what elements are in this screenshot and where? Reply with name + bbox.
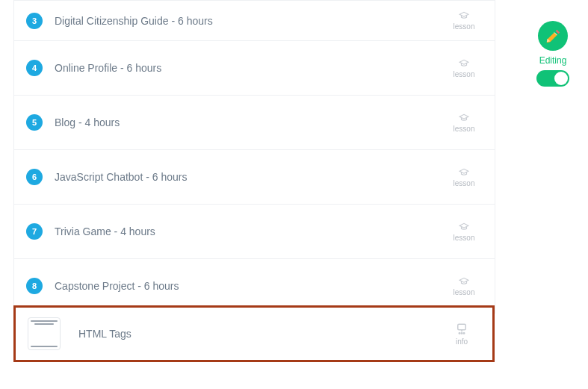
pencil-icon <box>545 28 561 44</box>
lesson-number-badge: 8 <box>26 278 43 294</box>
lesson-number-badge: 4 <box>26 60 43 76</box>
lesson-title: Blog - 4 hours <box>43 116 445 128</box>
lesson-type: lesson <box>445 58 483 78</box>
edit-button[interactable] <box>538 21 568 51</box>
lesson-type-label: lesson <box>454 234 475 242</box>
highlighted-title: HTML Tags <box>61 328 443 340</box>
lesson-number-badge: 7 <box>26 223 43 240</box>
lesson-title: Online Profile - 6 hours <box>43 62 445 74</box>
cap-icon <box>457 222 471 232</box>
cap-icon <box>457 167 471 178</box>
lesson-type-label: lesson <box>454 125 475 133</box>
lesson-row[interactable]: 5 Blog - 4 hours lesson <box>14 96 495 150</box>
cap-icon <box>457 276 471 287</box>
lesson-number-badge: 5 <box>26 114 43 131</box>
svg-point-3 <box>463 332 465 334</box>
lesson-row[interactable]: 4 Online Profile - 6 hours lesson <box>14 41 495 96</box>
lesson-type: lesson <box>445 276 483 296</box>
lesson-type: lesson <box>445 222 483 242</box>
lesson-type-label: lesson <box>454 179 475 187</box>
toggle-knob <box>554 72 568 85</box>
lesson-title: Digital Citizenship Guide - 6 hours <box>43 15 445 27</box>
lesson-type: lesson <box>445 10 483 31</box>
lesson-list: 3 Digital Citizenship Guide - 6 hours le… <box>13 0 495 314</box>
cap-icon <box>457 10 471 21</box>
lesson-row[interactable]: 7 Trivia Game - 4 hours lesson <box>14 205 495 259</box>
lesson-type: lesson <box>445 167 483 187</box>
lesson-number-badge: 3 <box>26 13 43 29</box>
lesson-type-label: lesson <box>454 288 475 296</box>
lesson-number-badge: 6 <box>26 169 43 185</box>
lesson-title: Capstone Project - 6 hours <box>43 280 445 292</box>
info-icon <box>455 323 468 336</box>
svg-point-2 <box>461 332 462 334</box>
cap-icon <box>457 58 471 69</box>
lesson-title: JavaScript Chatbot - 6 hours <box>43 171 445 183</box>
document-icon <box>28 317 61 350</box>
edit-panel: Editing <box>530 21 575 87</box>
editing-label: Editing <box>539 55 567 66</box>
highlighted-item[interactable]: HTML Tags info <box>13 305 495 362</box>
lesson-row[interactable]: 3 Digital Citizenship Guide - 6 hours le… <box>14 1 495 41</box>
svg-point-1 <box>459 332 460 334</box>
lesson-type-label: lesson <box>454 70 475 78</box>
lesson-type: lesson <box>445 113 483 133</box>
lesson-type-label: lesson <box>454 22 475 31</box>
lesson-row[interactable]: 6 JavaScript Chatbot - 6 hours lesson <box>14 150 495 205</box>
svg-rect-0 <box>458 324 466 330</box>
highlighted-type: info <box>443 323 480 346</box>
editing-toggle[interactable] <box>536 70 569 87</box>
cap-icon <box>457 113 471 123</box>
highlighted-type-label: info <box>456 337 468 346</box>
lesson-title: Trivia Game - 4 hours <box>43 225 445 237</box>
